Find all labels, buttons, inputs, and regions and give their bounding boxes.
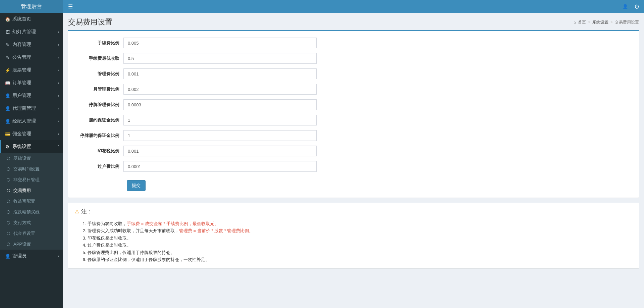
field-label-5: 履约保证金比例: [71, 117, 123, 123]
nav-icon: 👤: [5, 254, 10, 259]
content-header: 交易费用设置 ⌂ 首页 > 系统设置 > 交易费用设置: [63, 13, 644, 30]
circle-icon: [7, 232, 10, 235]
breadcrumb: ⌂ 首页 > 系统设置 > 交易费用设置: [574, 19, 639, 25]
sub-nav-item-7[interactable]: 代金券设置: [0, 228, 63, 239]
sub-nav-item-3[interactable]: 交易费用: [0, 185, 63, 196]
field-input-0[interactable]: [123, 38, 317, 48]
chevron-left-icon: ‹: [58, 254, 59, 258]
sub-nav-label: 涨跌幅禁买线: [13, 209, 40, 215]
nav-item-2[interactable]: ✎内容管理‹: [0, 38, 63, 51]
note-item-2: 印花税仅卖出时收取。: [88, 235, 632, 242]
field-input-4[interactable]: [123, 99, 317, 110]
field-label-0: 手续费比例: [71, 40, 123, 46]
nav-icon: 👤: [5, 119, 10, 124]
chevron-left-icon: ‹: [58, 56, 59, 59]
nav-item-6[interactable]: 👤用户管理‹: [0, 89, 63, 102]
nav-icon: 🏠: [5, 17, 10, 22]
field-input-5[interactable]: [123, 115, 317, 125]
nav-icon: ✎: [5, 55, 10, 60]
brand-logo: 管理后台: [0, 0, 63, 13]
field-input-7[interactable]: [123, 146, 317, 156]
topbar: ☰ 👤 ⏻: [63, 0, 644, 13]
nav-label: 内容管理: [12, 42, 31, 48]
nav-item-1[interactable]: 🖼幻灯片管理‹: [0, 25, 63, 38]
nav-icon: 📖: [5, 81, 10, 86]
nav-icon: ⚙: [5, 144, 10, 149]
nav-label: 公告管理: [12, 54, 31, 60]
chevron-left-icon: ‹: [58, 30, 59, 34]
nav-label: 管理员: [12, 253, 26, 259]
sidebar-toggle-icon[interactable]: ☰: [68, 3, 73, 10]
breadcrumb-current: 交易费用设置: [615, 19, 639, 25]
note-item-4: 停牌管理费比例，仅适用于停牌股票的持仓。: [88, 249, 632, 256]
field-input-2[interactable]: [123, 68, 317, 79]
nav-item-9[interactable]: 💳佣金管理‹: [0, 127, 63, 140]
field-input-3[interactable]: [123, 84, 317, 95]
circle-icon: [7, 221, 10, 224]
sub-nav-label: 代金券设置: [13, 230, 35, 237]
chevron-left-icon: ‹: [58, 94, 59, 98]
nav-label: 佣金管理: [12, 131, 31, 137]
home-icon: ⌂: [574, 20, 576, 24]
nav-icon: 👤: [5, 93, 10, 98]
nav-label: 股票管理: [12, 67, 31, 73]
nav-item-10[interactable]: ⚙系统设置˅: [0, 140, 63, 153]
nav-item-3[interactable]: ✎公告管理‹: [0, 51, 63, 64]
circle-icon: [7, 200, 10, 203]
sub-nav-item-5[interactable]: 涨跌幅禁买线: [0, 207, 63, 217]
note-item-1: 管理费买入成功时收取，并且每天开市前收取，管理费 = 当前价 * 股数 * 管理…: [88, 227, 632, 234]
note-item-0: 手续费为双向收取，手续费 = 成交金额 * 手续费比例，最低收取元。: [88, 220, 632, 227]
field-input-8[interactable]: [123, 161, 317, 172]
nav-label: 系统首页: [12, 16, 31, 22]
note-box: ⚠ 注： 手续费为双向收取，手续费 = 成交金额 * 手续费比例，最低收取元。管…: [68, 203, 639, 268]
chevron-left-icon: ‹: [58, 132, 59, 136]
chevron-left-icon: ‹: [58, 107, 59, 110]
field-label-7: 印花税比例: [71, 148, 123, 154]
sub-nav-item-0[interactable]: 基础设置: [0, 153, 63, 164]
sub-nav-item-2[interactable]: 非交易日管理: [0, 174, 63, 185]
user-icon[interactable]: 👤: [623, 4, 628, 9]
sidebar: 管理后台 🏠系统首页🖼幻灯片管理‹✎内容管理‹✎公告管理‹⚡股票管理‹📖订单管理…: [0, 0, 63, 308]
nav-icon: 💳: [5, 132, 10, 137]
sub-nav-label: 交易时间设置: [13, 166, 40, 172]
sub-nav-label: APP设置: [13, 241, 31, 247]
sub-nav-label: 基础设置: [13, 155, 31, 161]
sub-nav-label: 支付方式: [13, 220, 31, 226]
nav-item-0[interactable]: 🏠系统首页: [0, 13, 63, 25]
sub-nav-item-6[interactable]: 支付方式: [0, 217, 63, 228]
nav-label: 幻灯片管理: [12, 29, 36, 35]
chevron-left-icon: ‹: [58, 119, 59, 123]
nav-label: 代理商管理: [12, 105, 36, 111]
breadcrumb-parent[interactable]: 系统设置: [592, 19, 608, 25]
field-label-4: 停牌管理费比例: [71, 102, 123, 108]
field-label-3: 月管理费比例: [71, 86, 123, 92]
field-input-6[interactable]: [123, 130, 317, 141]
nav-label: 经纪人管理: [12, 118, 36, 124]
chevron-left-icon: ‹: [58, 43, 59, 47]
sub-nav-item-1[interactable]: 交易时间设置: [0, 164, 63, 174]
settings-form-box: 手续费比例手续费最低收取管理费比例月管理费比例停牌管理费比例履约保证金比例停牌履…: [68, 30, 639, 198]
breadcrumb-home[interactable]: 首页: [578, 19, 586, 25]
page-title: 交易费用设置: [68, 17, 112, 27]
field-input-1[interactable]: [123, 53, 317, 64]
note-item-5: 停牌履约保证金比例，仅适用于停牌股票的持仓，一次性补足。: [88, 256, 632, 263]
note-title: 注：: [81, 208, 93, 215]
field-label-2: 管理费比例: [71, 71, 123, 77]
nav-item-5[interactable]: 📖订单管理‹: [0, 76, 63, 89]
nav-item-4[interactable]: ⚡股票管理‹: [0, 64, 63, 76]
circle-icon: [7, 157, 10, 160]
circle-icon: [7, 243, 10, 246]
sub-nav-item-4[interactable]: 收益宝配置: [0, 196, 63, 207]
nav-item-8[interactable]: 👤经纪人管理‹: [0, 115, 63, 127]
chevron-left-icon: ‹: [58, 68, 59, 72]
nav-icon: 👤: [5, 106, 10, 111]
sub-nav-item-8[interactable]: APP设置: [0, 239, 63, 250]
logout-icon[interactable]: ⏻: [635, 4, 639, 9]
circle-icon: [7, 210, 10, 214]
circle-icon: [7, 167, 10, 171]
submit-button[interactable]: 提交: [127, 180, 146, 191]
nav-label: 订单管理: [12, 80, 31, 86]
nav-item-7[interactable]: 👤代理商管理‹: [0, 102, 63, 115]
sub-nav-label: 非交易日管理: [13, 177, 40, 183]
nav-item-11[interactable]: 👤管理员‹: [0, 250, 63, 262]
